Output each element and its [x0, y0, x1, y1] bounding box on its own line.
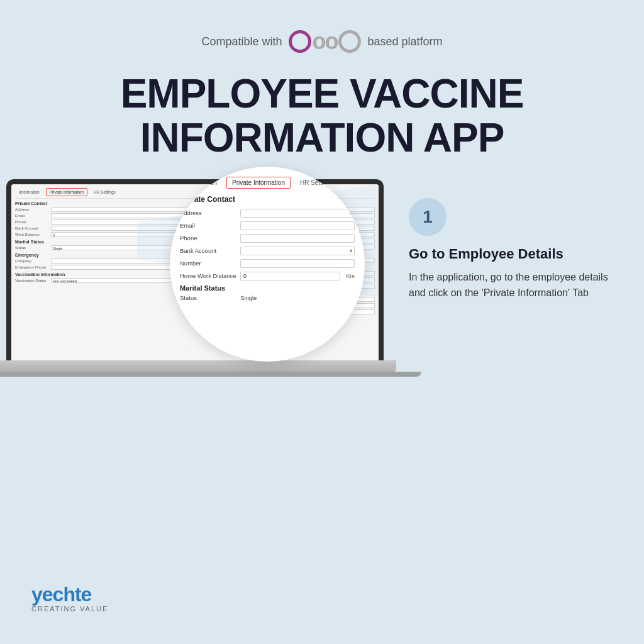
mag-field-address[interactable]: ▾	[240, 209, 355, 218]
mag-label-home-work-distance: Home Work Distance	[180, 272, 236, 279]
brand-tagline: CREATING VALUE	[31, 605, 108, 613]
screen-section-private-contact: Private Contact Address Email Phone Bank…	[15, 201, 194, 237]
mag-label-bank-account: Bank Account	[180, 247, 236, 254]
mag-row-number: Number	[180, 259, 355, 268]
magnified-circle: Information Private Information HR Setti…	[170, 167, 365, 362]
odoo-text: oo	[313, 30, 338, 53]
main-title: EMPLOYEE VACCINE INFORMATION APP	[121, 72, 524, 160]
mag-section-title: Private Contact	[180, 195, 355, 204]
laptop-base	[0, 360, 396, 372]
title-line1: EMPLOYEE VACCINE	[121, 72, 524, 116]
mag-label-marital-status: Status	[180, 294, 236, 301]
brand-footer: yechte CREATING VALUE	[31, 583, 108, 613]
screen-left-col: Private Contact Address Email Phone Bank…	[15, 201, 194, 317]
screen-section-vaccination: Vaccination Information Vaccination Stat…	[15, 272, 194, 283]
screen-section-emergency: Emergency Company Emergency Phone	[15, 253, 194, 270]
odoo-o-right-icon	[338, 30, 361, 53]
content-area: Information Private Information HR Setti…	[0, 179, 644, 377]
page-wrapper: Compatible with oo based platform EMPLOY…	[0, 0, 644, 644]
marital-status-title: Marital Status	[15, 240, 194, 244]
km-unit: Km	[347, 273, 355, 279]
odoo-logo: oo	[289, 30, 362, 53]
brand-name: yechte	[31, 583, 108, 606]
mag-label-address: Address	[180, 209, 236, 216]
screen-section-marital: Marital Status StatusSingle	[15, 240, 194, 250]
odoo-o-left-icon	[289, 30, 311, 53]
compatible-suffix: based platform	[367, 35, 442, 48]
vaccination-title: Vaccination Information	[15, 272, 194, 277]
mag-marital-section: Marital Status Status Single	[180, 284, 355, 301]
mag-row-email: Email	[180, 221, 355, 230]
right-panel: 1 Go to Employee Details In the applicat…	[396, 186, 644, 314]
laptop-mockup: Information Private Information HR Setti…	[0, 179, 396, 377]
mag-field-email[interactable]	[240, 221, 355, 230]
emergency-title: Emergency	[15, 253, 194, 257]
mag-label-email: Email	[180, 222, 236, 229]
mag-tab-private-information[interactable]: Private Information	[226, 177, 291, 189]
mag-row-bank-account: Bank Account ▾	[180, 247, 355, 255]
mag-label-phone: Phone	[180, 235, 236, 242]
laptop-foot	[0, 372, 421, 377]
compatibility-header: Compatible with oo based platform	[201, 30, 442, 53]
mag-marital-value: Single	[240, 294, 257, 301]
mag-row-phone: Phone	[180, 234, 355, 243]
step-description: In the application, go to the employee d…	[409, 270, 619, 301]
tab-information[interactable]: Information	[15, 188, 43, 196]
step-number: 1	[423, 207, 433, 227]
tab-hr-settings[interactable]: HR Settings	[90, 188, 119, 196]
mag-row-address: Address ▾	[180, 209, 355, 218]
mag-row-marital-status: Status Single	[180, 294, 355, 301]
mag-field-phone[interactable]	[240, 234, 355, 243]
step-number-circle: 1	[409, 198, 447, 236]
step-heading: Go to Employee Details	[409, 246, 564, 262]
mag-label-number: Number	[180, 260, 236, 267]
mag-row-home-work-distance: Home Work Distance 0 Km	[180, 272, 355, 280]
mag-marital-title: Marital Status	[180, 284, 355, 292]
mag-field-number[interactable]	[240, 259, 355, 268]
tab-private-information[interactable]: Private Information	[46, 188, 88, 196]
private-contact-title: Private Contact	[15, 201, 194, 206]
compatible-prefix: Compatible with	[201, 35, 282, 48]
mag-field-bank-account[interactable]: ▾	[240, 247, 355, 255]
title-line2: INFORMATION APP	[121, 116, 524, 160]
mag-field-home-work-distance[interactable]: 0	[240, 272, 340, 280]
